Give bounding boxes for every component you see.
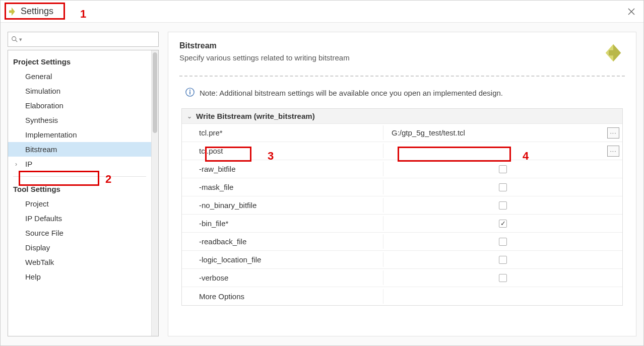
- svg-rect-9: [189, 91, 190, 94]
- nav-item-help[interactable]: Help: [8, 269, 151, 284]
- options-group-title: Write Bitstream (write_bitstream): [196, 112, 315, 120]
- options-group-header[interactable]: ⌄ Write Bitstream (write_bitstream): [182, 109, 622, 124]
- option-label: tcl.post: [182, 144, 383, 158]
- nav-section-project: Project Settings: [8, 54, 151, 69]
- nav-item-bitstream[interactable]: Bitstream: [8, 142, 151, 157]
- browse-button[interactable]: ···: [607, 146, 619, 157]
- nav-item-elaboration[interactable]: Elaboration: [8, 98, 151, 113]
- note-row: Note: Additional bitstream settings will…: [179, 88, 625, 98]
- option-label: -mask_file: [182, 180, 383, 194]
- chevron-down-icon: ⌄: [187, 113, 193, 120]
- main-title: Bitstream: [179, 41, 350, 50]
- sidebar-scrollbar[interactable]: [151, 50, 158, 336]
- checkbox-verbose[interactable]: [499, 274, 507, 282]
- main-description: Specify various settings related to writ…: [179, 53, 350, 62]
- window-body: ▾ Project Settings General Simulation El…: [1, 23, 643, 345]
- nav-item-implementation[interactable]: Implementation: [8, 127, 151, 142]
- option-row-maskfile: -mask_file: [182, 178, 622, 196]
- chevron-right-icon: ›: [15, 161, 20, 168]
- nav-scroll: Project Settings General Simulation Elab…: [8, 50, 151, 336]
- nav-section-tool: Tool Settings: [8, 182, 151, 196]
- main-header-text: Bitstream Specify various settings relat…: [179, 41, 350, 62]
- main-header: Bitstream Specify various settings relat…: [179, 41, 625, 64]
- info-icon: [185, 88, 195, 98]
- option-value: [383, 183, 622, 191]
- settings-window: Settings ▾ Project Settings General Simu…: [0, 0, 644, 346]
- option-label: -logic_location_file: [182, 252, 383, 267]
- browse-button[interactable]: ···: [607, 127, 619, 139]
- nav-item-general[interactable]: General: [8, 69, 151, 84]
- option-text: G:/gtp_5g_test/test.tcl: [388, 128, 465, 137]
- nav-item-ip[interactable]: › IP: [8, 157, 151, 171]
- option-label: -readback_file: [182, 234, 383, 249]
- note-text: Note: Additional bitstream settings will…: [200, 89, 503, 97]
- option-row-verbose: -verbose: [182, 269, 622, 287]
- main-panel: Bitstream Specify various settings relat…: [168, 32, 636, 336]
- vivado-logo-icon: [602, 41, 625, 64]
- sidebar-scroll-thumb[interactable]: [153, 52, 157, 133]
- svg-point-8: [189, 90, 190, 91]
- checkbox-maskfile[interactable]: [499, 183, 507, 191]
- option-label: tcl.pre*: [182, 125, 383, 140]
- option-row-moreoptions: More Options: [182, 287, 622, 305]
- svg-marker-0: [9, 7, 15, 16]
- nav-item-ip-label: IP: [25, 160, 32, 168]
- checkbox-nobinary[interactable]: [499, 201, 507, 210]
- svg-marker-5: [608, 44, 621, 62]
- option-label: More Options: [182, 289, 383, 304]
- checkbox-logicloc[interactable]: [499, 256, 507, 264]
- nav-separator: [13, 176, 146, 177]
- option-row-logicloc: -logic_location_file: [182, 251, 622, 269]
- close-button[interactable]: [625, 6, 637, 18]
- app-logo-icon: [7, 7, 17, 17]
- window-title: Settings: [21, 6, 53, 17]
- titlebar: Settings: [1, 1, 643, 23]
- nav-item-display[interactable]: Display: [8, 240, 151, 255]
- nav-tree: Project Settings General Simulation Elab…: [8, 50, 159, 336]
- nav-item-webtalk[interactable]: WebTalk: [8, 255, 151, 269]
- nav-item-simulation[interactable]: Simulation: [8, 84, 151, 98]
- option-value: [383, 256, 622, 264]
- option-row-tclpost: tcl.post ···: [182, 142, 622, 160]
- sidebar: ▾ Project Settings General Simulation El…: [8, 32, 159, 336]
- option-value: [383, 201, 622, 210]
- option-row-readback: -readback_file: [182, 233, 622, 251]
- checkbox-rawbitfile[interactable]: [499, 165, 507, 173]
- option-value: [383, 220, 622, 228]
- nav-item-ipdefaults[interactable]: IP Defaults: [8, 211, 151, 226]
- nav-item-sourcefile[interactable]: Source File: [8, 226, 151, 240]
- checkbox-readback[interactable]: [499, 238, 507, 246]
- search-dropdown-icon[interactable]: ▾: [19, 36, 22, 43]
- checkbox-binfile[interactable]: [499, 220, 507, 228]
- option-row-binfile: -bin_file*: [182, 215, 622, 233]
- option-label: -bin_file*: [182, 216, 383, 231]
- option-value-tclpre[interactable]: G:/gtp_5g_test/test.tcl ···: [383, 128, 622, 137]
- search-input[interactable]: ▾: [8, 32, 159, 47]
- option-row-rawbitfile: -raw_bitfile: [182, 160, 622, 178]
- nav-item-project[interactable]: Project: [8, 196, 151, 211]
- svg-line-4: [16, 40, 18, 42]
- option-label: -verbose: [182, 270, 383, 285]
- option-value: [383, 165, 622, 173]
- dashed-separator: [179, 76, 625, 77]
- svg-point-3: [12, 37, 16, 41]
- option-value: [383, 238, 622, 246]
- option-value: [383, 274, 622, 282]
- option-row-tclpre: tcl.pre* G:/gtp_5g_test/test.tcl ···: [182, 124, 622, 142]
- option-label: -raw_bitfile: [182, 162, 383, 176]
- options-group: ⌄ Write Bitstream (write_bitstream) tcl.…: [181, 108, 623, 306]
- nav-item-synthesis[interactable]: Synthesis: [8, 113, 151, 127]
- option-row-nobinary: -no_binary_bitfile: [182, 196, 622, 215]
- option-label: -no_binary_bitfile: [182, 198, 383, 213]
